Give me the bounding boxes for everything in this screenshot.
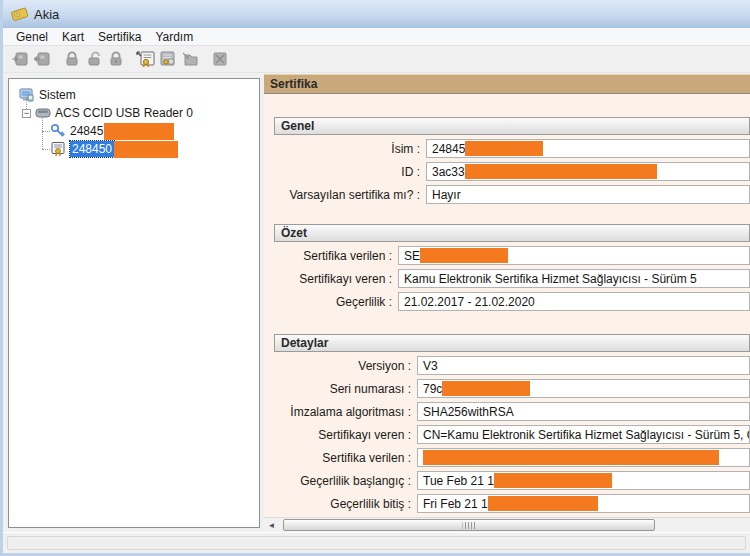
field-row: Versiyon : V3 <box>274 356 750 375</box>
lock-icon[interactable] <box>61 48 83 70</box>
tree-item-label-selected: 248450 <box>70 141 114 157</box>
section-title: Detaylar <box>274 334 750 352</box>
certificate-detail-icon[interactable] <box>157 48 179 70</box>
scrollbar-grip <box>463 522 476 529</box>
remove-card-icon[interactable] <box>31 48 53 70</box>
field-label: Seri numarası : <box>274 382 417 396</box>
delete-certificate-icon[interactable] <box>209 48 231 70</box>
tree-item-reader[interactable]: ACS CCID USB Reader 0 <box>9 104 257 122</box>
gecerlilik-field[interactable]: 21.02.2017 - 21.02.2020 <box>398 292 750 311</box>
app-icon <box>10 6 28 22</box>
view-certificate-icon[interactable] <box>135 48 157 70</box>
unlock-icon[interactable] <box>83 48 105 70</box>
field-label: Geçerlilik bitiş : <box>274 497 417 511</box>
field-value: Fri Feb 21 1 <box>423 497 488 511</box>
field-row: İmzalama algoritması : SHA256withRSA <box>274 402 750 421</box>
tree-item-key[interactable]: 24845 <box>9 122 257 140</box>
change-pin-lock-icon[interactable] <box>105 48 127 70</box>
panel-title: Sertifika <box>264 74 750 94</box>
field-row: Geçerlilik bitiş : Fri Feb 21 1 <box>274 494 750 513</box>
app-window: Akia Genel Kart Sertifika Yardım <box>0 0 750 556</box>
isim-field[interactable]: 24845 <box>426 139 750 158</box>
redaction-block <box>442 381 530 396</box>
card-reader-icon <box>35 105 51 121</box>
section-detaylar: Detaylar Versiyon : V3 Seri numarası : 7… <box>274 334 750 513</box>
redaction-block <box>423 450 719 465</box>
device-tree: Sistem − ACS CCID USB Reader 0 <box>8 78 260 528</box>
gecerlilik-baslangic-field[interactable]: Tue Feb 21 1 <box>417 471 750 490</box>
detay-sertifikayi-veren-field[interactable]: CN=Kamu Elektronik Sertifika Hizmet Sağl… <box>417 425 750 444</box>
panel-body: Genel İsim : 24845 ID : 3ac33 <box>264 94 750 517</box>
field-row: Sertifikayı veren : Kamu Elektronik Sert… <box>274 269 750 288</box>
field-row: Varsayılan sertifika mı? : Hayır <box>274 185 750 204</box>
insert-card-icon[interactable] <box>9 48 31 70</box>
title-bar: Akia <box>3 0 750 28</box>
versiyon-field[interactable]: V3 <box>417 356 750 375</box>
field-value: Kamu Elektronik Sertifika Hizmet Sağlayı… <box>404 272 697 286</box>
section-title: Özet <box>274 224 750 242</box>
field-row: Sertifikayı veren : CN=Kamu Elektronik S… <box>274 425 750 444</box>
field-row: Seri numarası : 79c <box>274 379 750 398</box>
field-label: Varsayılan sertifika mı? : <box>274 188 426 202</box>
redaction-block <box>488 496 598 511</box>
scrollbar-thumb[interactable] <box>283 519 655 531</box>
sertifika-verilen-field[interactable]: SE <box>398 246 750 265</box>
field-label: Sertifikayı veren : <box>274 428 417 442</box>
sertifikayi-veren-field[interactable]: Kamu Elektronik Sertifika Hizmet Sağlayı… <box>398 269 750 288</box>
detay-sertifika-verilen-field[interactable] <box>417 448 750 467</box>
main-area: Sistem − ACS CCID USB Reader 0 <box>3 74 750 532</box>
menu-genel[interactable]: Genel <box>9 29 55 45</box>
field-row: Geçerlilik başlangıç : Tue Feb 21 1 <box>274 471 750 490</box>
redaction-block <box>465 164 657 179</box>
menu-yardim[interactable]: Yardım <box>148 29 200 45</box>
tree-item-label: Sistem <box>39 88 76 102</box>
field-value: SHA256withRSA <box>423 405 514 419</box>
field-value: Tue Feb 21 1 <box>423 474 494 488</box>
field-row: Geçerlilik : 21.02.2017 - 21.02.2020 <box>274 292 750 311</box>
field-value: 24845 <box>432 142 465 156</box>
redaction-block <box>104 123 174 140</box>
horizontal-scrollbar[interactable]: ◄ <box>264 517 750 532</box>
toolbar <box>3 46 750 73</box>
scroll-left-arrow-icon[interactable]: ◄ <box>264 518 279 533</box>
imzalama-algoritmasi-field[interactable]: SHA256withRSA <box>417 402 750 421</box>
field-label: ID : <box>274 165 426 179</box>
redaction-block <box>465 141 543 156</box>
field-label: İmzalama algoritması : <box>274 405 417 419</box>
gecerlilik-bitis-field[interactable]: Fri Feb 21 1 <box>417 494 750 513</box>
section-title: Genel <box>274 117 750 135</box>
field-row: Sertifika verilen : SE <box>274 246 750 265</box>
tree-item-certificate[interactable]: 248450 <box>9 140 257 158</box>
certificate-icon <box>50 141 66 157</box>
id-field[interactable]: 3ac33 <box>426 162 750 181</box>
status-bar <box>3 532 750 553</box>
field-value: SE <box>404 249 420 263</box>
field-value: 79c <box>423 382 442 396</box>
varsayilan-field[interactable]: Hayır <box>426 185 750 204</box>
status-inset <box>7 536 746 550</box>
menu-kart[interactable]: Kart <box>55 29 91 45</box>
field-label: Sertifika verilen : <box>274 249 398 263</box>
window-title: Akia <box>34 7 59 22</box>
field-row: Sertifika verilen : <box>274 448 750 467</box>
tree-item-sistem[interactable]: Sistem <box>9 86 257 104</box>
field-label: Versiyon : <box>274 359 417 373</box>
section-ozet: Özet Sertifika verilen : SE Sertifikayı … <box>274 224 750 311</box>
import-certificate-icon[interactable] <box>179 48 201 70</box>
field-value: CN=Kamu Elektronik Sertifika Hizmet Sağl… <box>423 428 750 442</box>
field-label: Sertifika verilen : <box>274 451 417 465</box>
computer-icon <box>19 87 35 103</box>
menu-sertifika[interactable]: Sertifika <box>91 29 148 45</box>
field-label: İsim : <box>274 142 426 156</box>
field-label: Geçerlilik başlangıç : <box>274 474 417 488</box>
certificate-panel: Sertifika Genel İsim : 24845 ID : <box>264 74 750 532</box>
field-label: Geçerlilik : <box>274 295 398 309</box>
field-value: 3ac33 <box>432 165 465 179</box>
menu-bar: Genel Kart Sertifika Yardım <box>3 28 750 46</box>
field-value: Hayır <box>432 188 461 202</box>
seri-numarasi-field[interactable]: 79c <box>417 379 750 398</box>
field-label: Sertifikayı veren : <box>274 272 398 286</box>
key-icon <box>50 123 66 139</box>
redaction-block <box>114 141 178 158</box>
field-value: V3 <box>423 359 438 373</box>
